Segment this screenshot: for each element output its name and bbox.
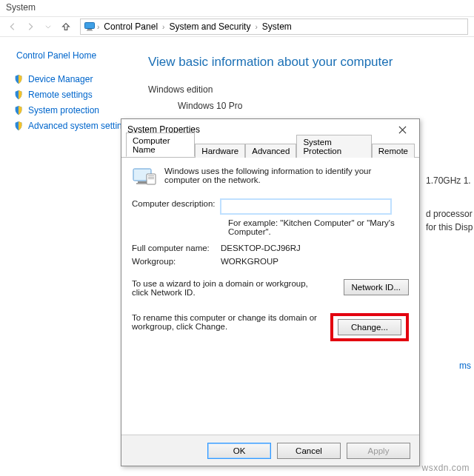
svg-rect-1 (87, 29, 92, 30)
ms-link-fragment[interactable]: ms (459, 361, 471, 371)
computer-description-input[interactable] (221, 199, 391, 214)
sidebar-item-device-manager[interactable]: Device Manager (13, 74, 133, 84)
ok-button[interactable]: OK (207, 443, 271, 459)
window-title: System (0, 0, 474, 16)
workgroup-value: WORKGROUP (221, 257, 409, 266)
apply-button[interactable]: Apply (347, 443, 410, 459)
svg-rect-2 (87, 30, 93, 31)
change-hint: To rename this computer or change its do… (132, 313, 324, 331)
tab-remote[interactable]: Remote (372, 144, 415, 158)
tab-computer-name[interactable]: Computer Name (126, 133, 195, 157)
cpu-fragment: 1.70GHz 1. (426, 175, 471, 186)
control-panel-home-link[interactable]: Control Panel Home (16, 50, 133, 61)
computer-icon (132, 167, 157, 189)
crumb-system-security[interactable]: System and Security (166, 21, 253, 32)
crumb-system[interactable]: System (259, 21, 295, 32)
desc-label: Computer description: (132, 199, 221, 208)
up-button[interactable] (59, 20, 73, 33)
svg-rect-7 (148, 175, 154, 176)
chevron-right-icon: › (162, 23, 164, 31)
change-button-highlight: Change... (330, 313, 409, 341)
network-id-hint: To use a wizard to join a domain or work… (132, 279, 324, 297)
sidebar: Control Panel Home Device Manager Remote… (0, 37, 141, 136)
crumb-control-panel[interactable]: Control Panel (101, 21, 161, 32)
proc-fragment: d processor (426, 209, 473, 219)
dialog-tabs: Computer Name Hardware Advanced System P… (121, 140, 419, 158)
disp-fragment: for this Disp (426, 222, 473, 232)
back-button[interactable] (6, 20, 19, 33)
chevron-right-icon: › (255, 23, 257, 31)
svg-rect-8 (148, 177, 154, 178)
tab-system-protection[interactable]: System Protection (296, 135, 371, 158)
page-heading: View basic information about your comput… (148, 55, 474, 70)
sidebar-item-label: Advanced system settings (28, 121, 131, 131)
edition-label: Windows edition (148, 84, 474, 95)
forward-button[interactable] (24, 20, 37, 33)
change-button[interactable]: Change... (338, 319, 401, 335)
desc-example: For example: "Kitchen Computer" or "Mary… (228, 218, 398, 236)
svg-rect-4 (138, 181, 147, 183)
chevron-right-icon: › (97, 23, 99, 31)
sidebar-item-label: System protection (28, 105, 99, 115)
dialog-button-row: OK Cancel Apply (121, 435, 419, 466)
fullname-value: DESKTOP-DCJ96RJ (221, 244, 409, 252)
sidebar-item-label: Device Manager (28, 74, 93, 84)
recent-dropdown[interactable] (41, 20, 55, 33)
dialog-body: Windows uses the following information t… (121, 158, 419, 435)
sidebar-item-system-protection[interactable]: System protection (13, 105, 133, 115)
svg-rect-9 (148, 178, 154, 179)
breadcrumb[interactable]: › Control Panel › System and Security › … (80, 19, 468, 35)
shield-icon (13, 90, 24, 100)
shield-icon (13, 105, 24, 115)
fullname-label: Full computer name: (132, 244, 221, 252)
shield-icon (13, 121, 24, 131)
sidebar-item-label: Remote settings (28, 90, 93, 100)
tab-advanced[interactable]: Advanced (245, 144, 296, 158)
edition-value: Windows 10 Pro (178, 101, 474, 111)
close-button[interactable] (391, 121, 413, 138)
monitor-icon (84, 21, 96, 33)
watermark: wsxdn.com (421, 463, 470, 473)
shield-icon (13, 74, 24, 84)
system-properties-dialog: System Properties Computer Name Hardware… (121, 118, 420, 466)
intro-text: Windows uses the following information t… (164, 167, 409, 184)
close-icon (398, 126, 407, 134)
nav-toolbar: › Control Panel › System and Security › … (0, 16, 474, 37)
svg-rect-0 (85, 23, 95, 29)
workgroup-label: Workgroup: (132, 257, 221, 266)
network-id-button[interactable]: Network ID... (344, 279, 409, 295)
cancel-button[interactable]: Cancel (277, 443, 341, 459)
tab-hardware[interactable]: Hardware (195, 144, 245, 158)
sidebar-item-remote-settings[interactable]: Remote settings (13, 90, 133, 100)
sidebar-item-advanced-settings[interactable]: Advanced system settings (13, 121, 133, 131)
